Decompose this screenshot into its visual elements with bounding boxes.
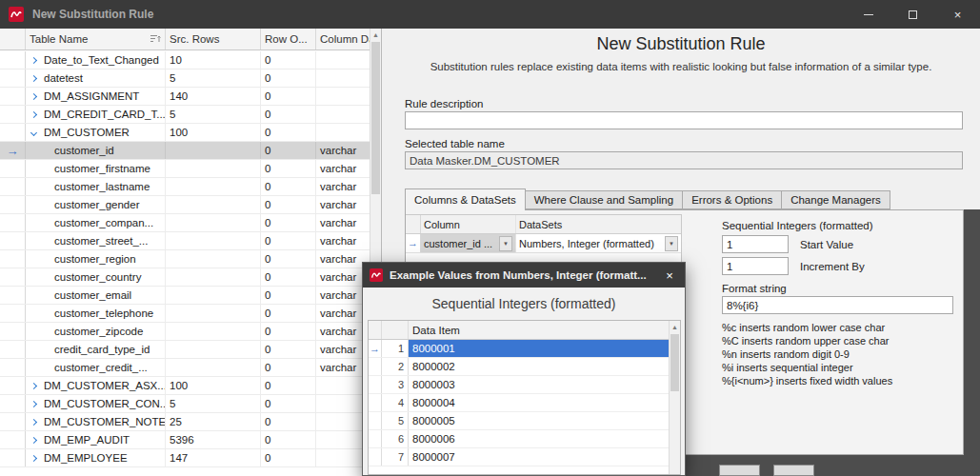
close-button[interactable]: × — [935, 0, 980, 29]
column-header-table-name[interactable]: Table Name — [26, 29, 166, 50]
tab-where-clause-and-sampling[interactable]: Where Clause and Sampling — [525, 190, 683, 209]
src-rows-cell — [166, 305, 261, 322]
table-name-cell: DM_EMP_AUDIT — [26, 431, 166, 448]
table-row[interactable]: DM_CUSTOMER1000 — [0, 124, 370, 142]
table-row[interactable]: customer_country0varchar — [0, 268, 370, 287]
table-row[interactable]: credit_card_type_id0varchar — [0, 341, 370, 359]
example-row[interactable]: 78000007 — [369, 448, 669, 466]
minimize-button[interactable] — [846, 0, 890, 29]
example-row-value: 8000004 — [409, 394, 669, 411]
expand-icon[interactable] — [30, 418, 37, 425]
example-values-dialog: Example Values from Numbers, Integer (fo… — [362, 262, 686, 476]
expand-icon[interactable] — [30, 110, 37, 117]
selected-table-input[interactable] — [405, 151, 963, 169]
table-row[interactable]: DM_ASSIGNMENT1400 — [0, 88, 370, 106]
maximize-button[interactable] — [890, 0, 935, 29]
example-row[interactable]: 28000002 — [369, 358, 669, 376]
table-row[interactable]: DM_CUSTOMER_NOTES250 — [0, 413, 370, 431]
row-o-cell: 0 — [261, 377, 316, 394]
table-row[interactable]: DM_EMPLOYEE1470 — [0, 449, 370, 467]
column-header-data-item[interactable]: Data Item — [409, 321, 669, 339]
table-row[interactable]: customer_zipcode0varchar — [0, 323, 370, 341]
table-row[interactable]: customer_telephone0varchar — [0, 305, 370, 323]
table-row[interactable]: customer_region0varchar — [0, 250, 370, 268]
expand-icon[interactable] — [30, 436, 37, 443]
table-row[interactable]: customer_credit_...0varchar — [0, 359, 370, 377]
example-row-indicator: → — [369, 340, 382, 357]
partial-button-1[interactable] — [719, 465, 760, 476]
table-name: customer_telephone — [54, 307, 153, 319]
row-indicator-cell — [0, 196, 26, 213]
table-name-cell: customer_id — [26, 142, 166, 159]
rule-description-input[interactable] — [405, 111, 963, 129]
example-row-value: 8000006 — [409, 430, 669, 447]
row-o-cell: 0 — [261, 413, 316, 430]
form-title: New Substitution Rule — [382, 34, 980, 54]
table-row[interactable]: DM_CUSTOMER_ASX...1000 — [0, 377, 370, 395]
table-row[interactable]: customer_firstname0varchar — [0, 160, 370, 178]
table-row[interactable]: customer_street_...0varchar — [0, 232, 370, 250]
table-row[interactable]: customer_lastname0varchar — [0, 178, 370, 196]
table-row[interactable]: DM_CREDIT_CARD_T...50 — [0, 106, 370, 124]
scroll-up-icon[interactable]: ▲ — [370, 29, 381, 41]
table-row[interactable]: customer_compan...0varchar — [0, 214, 370, 232]
table-name: customer_zipcode — [54, 326, 143, 337]
scroll-thumb[interactable] — [371, 42, 380, 194]
table-name: DM_CUSTOMER — [44, 127, 130, 138]
expand-icon[interactable] — [30, 92, 37, 99]
example-row-number: 1 — [382, 340, 409, 357]
example-row[interactable]: →18000001 — [369, 340, 669, 358]
table-row[interactable]: →customer_id0varchar — [0, 142, 370, 160]
tab-errors-options[interactable]: Errors & Options — [682, 190, 782, 209]
example-row[interactable]: 38000003 — [369, 376, 669, 394]
header-label: Table Name — [30, 33, 88, 45]
format-string-input[interactable] — [722, 296, 953, 314]
example-row[interactable]: 68000006 — [369, 430, 669, 448]
increment-by-input[interactable] — [722, 257, 789, 275]
table-name: customer_country — [54, 271, 141, 283]
expand-icon[interactable] — [30, 400, 37, 407]
table-name-cell: credit_card_type_id — [26, 341, 166, 358]
expand-icon[interactable] — [30, 382, 37, 388]
row-indicator-cell: → — [0, 142, 26, 159]
scroll-up-icon[interactable]: ▲ — [670, 321, 680, 333]
tab-change-managers[interactable]: Change Managers — [781, 190, 890, 209]
expand-icon[interactable] — [30, 454, 37, 461]
example-dialog-close-button[interactable]: × — [654, 263, 685, 288]
column-header-column-data[interactable]: Column Da... — [316, 29, 370, 50]
column-header-src-rows[interactable]: Src. Rows — [166, 29, 261, 50]
row-indicator-cell — [0, 431, 26, 448]
table-row[interactable]: datetest50 — [0, 69, 370, 88]
table-name-cell: Date_to_Text_Changed — [26, 51, 166, 69]
tab-columns-datasets[interactable]: Columns & DataSets — [405, 188, 526, 210]
table-row[interactable]: customer_email0varchar — [0, 287, 370, 305]
start-value-input[interactable] — [722, 235, 789, 253]
expand-icon[interactable] — [30, 74, 37, 81]
scroll-thumb[interactable] — [670, 334, 679, 391]
row-indicator-cell — [0, 287, 26, 304]
table-name-cell: datetest — [26, 69, 166, 87]
expand-icon[interactable] — [30, 56, 37, 63]
header-label: Row O... — [265, 33, 308, 45]
src-rows-cell — [166, 196, 261, 213]
collapse-icon[interactable] — [30, 129, 37, 135]
example-row-indicator — [369, 358, 382, 375]
increment-by-label: Increment By — [800, 261, 865, 272]
table-row[interactable]: DM_CUSTOMER_CON...50 — [0, 395, 370, 413]
table-name: customer_compan... — [54, 217, 153, 228]
partial-button-2[interactable] — [773, 465, 814, 476]
table-row[interactable]: Date_to_Text_Changed100 — [0, 51, 370, 69]
example-row[interactable]: 58000005 — [369, 412, 669, 430]
example-row[interactable]: 48000004 — [369, 394, 669, 412]
column-header-row-o[interactable]: Row O... — [261, 29, 316, 50]
app-window: New Substitution Rule × Table Name Src. … — [0, 0, 980, 476]
row-o-cell: 0 — [261, 323, 316, 340]
table-row[interactable]: customer_gender0varchar — [0, 196, 370, 214]
table-row[interactable]: DM_EMP_AUDIT53960 — [0, 431, 370, 449]
src-rows-cell: 5 — [166, 69, 261, 87]
table-name: customer_firstname — [54, 163, 150, 174]
example-scrollbar[interactable]: ▲ — [669, 321, 680, 474]
row-indicator-cell — [0, 395, 26, 412]
table-name-cell: DM_CUSTOMER_ASX... — [26, 377, 166, 394]
selected-table-label: Selected table name — [405, 138, 505, 149]
